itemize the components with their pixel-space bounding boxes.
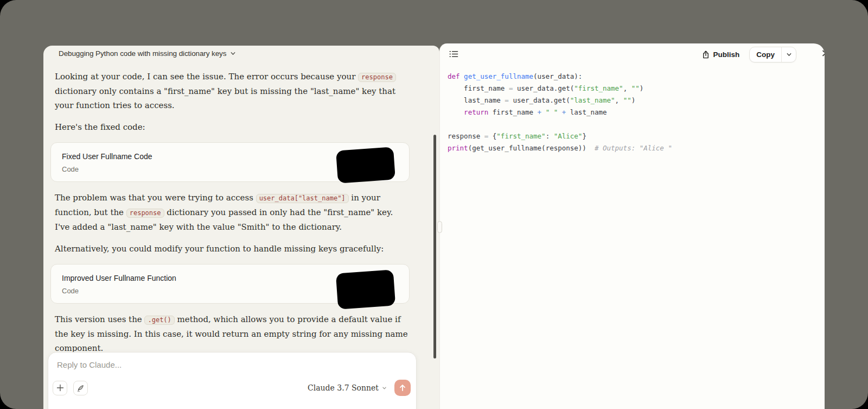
composer-toolbar: Claude 3.7 Sonnet xyxy=(53,380,411,396)
copy-dropdown-button[interactable] xyxy=(782,47,796,62)
publish-label: Publish xyxy=(713,51,739,59)
code-line: last_name = user_data.get("last_name", "… xyxy=(448,95,672,106)
code-line: first_name = user_data.get("first_name",… xyxy=(448,83,672,95)
artifact-card[interactable]: Fixed User Fullname CodeCode xyxy=(50,142,410,182)
chat-paragraph: The problem was that you were trying to … xyxy=(55,191,410,234)
inline-code: response xyxy=(126,209,164,218)
conversation-title-menu[interactable]: Debugging Python code with missing dicti… xyxy=(59,48,236,58)
share-icon xyxy=(702,51,710,59)
conversation-title: Debugging Python code with missing dicti… xyxy=(59,49,226,58)
chat-paragraph: This version uses the .get() method, whi… xyxy=(55,312,410,355)
code-line: return first_name + " " + last_name xyxy=(448,106,672,118)
inline-code: user_data["last_name"] xyxy=(256,194,349,203)
code-line: print(get_user_fullname(response)) # Out… xyxy=(448,142,672,154)
code-line xyxy=(448,118,672,130)
chevron-down-icon xyxy=(230,51,236,56)
list-icon xyxy=(449,50,458,58)
chat-panel: Debugging Python code with missing dicti… xyxy=(43,46,439,409)
chevron-right-icon[interactable] xyxy=(820,49,825,57)
model-name: Claude 3.7 Sonnet xyxy=(308,383,379,392)
copy-label: Copy xyxy=(756,51,775,59)
publish-button[interactable]: Publish xyxy=(702,51,739,59)
code-line: def get_user_fullname(user_data): xyxy=(448,71,672,83)
panel-resize-handle[interactable] xyxy=(437,221,442,233)
message-composer[interactable]: Reply to Claude... xyxy=(48,352,417,409)
artifact-toolbar: Publish Copy xyxy=(702,46,796,62)
app-window: Debugging Python code with missing dicti… xyxy=(0,0,868,409)
chat-paragraph: Here's the fixed code: xyxy=(55,120,410,134)
artifact-panel: Publish Copy def get_user_fullname(user_… xyxy=(439,43,825,409)
inline-code: response xyxy=(358,73,396,82)
code-line: response = {"first_name": "Alice"} xyxy=(448,130,672,142)
artifact-code: def get_user_fullname(user_data): first_… xyxy=(448,71,672,154)
artifact-list-button[interactable] xyxy=(446,47,461,61)
chevron-down-icon xyxy=(786,52,792,58)
quill-icon xyxy=(76,384,85,392)
chevron-down-icon xyxy=(382,386,387,391)
assistant-message: Looking at your code, I can see the issu… xyxy=(55,70,410,363)
model-selector[interactable]: Claude 3.7 Sonnet xyxy=(308,383,387,392)
artifact-card[interactable]: Improved User Fullname FunctionCode xyxy=(50,264,410,304)
attach-button[interactable] xyxy=(53,381,67,395)
arrow-up-icon xyxy=(399,384,406,392)
redacted-preview xyxy=(336,269,395,309)
plus-icon xyxy=(56,384,64,392)
chat-scrollbar[interactable] xyxy=(433,135,436,358)
inline-code: .get() xyxy=(144,316,174,325)
writing-style-button[interactable] xyxy=(73,381,88,395)
copy-split-button: Copy xyxy=(749,47,796,62)
composer-input[interactable]: Reply to Claude... xyxy=(57,360,122,369)
chat-paragraph: Alternatively, you could modify your fun… xyxy=(55,242,410,256)
copy-button[interactable]: Copy xyxy=(750,47,781,62)
chat-paragraph: Looking at your code, I can see the issu… xyxy=(55,70,410,112)
send-button[interactable] xyxy=(394,380,411,396)
redacted-preview xyxy=(336,147,395,183)
